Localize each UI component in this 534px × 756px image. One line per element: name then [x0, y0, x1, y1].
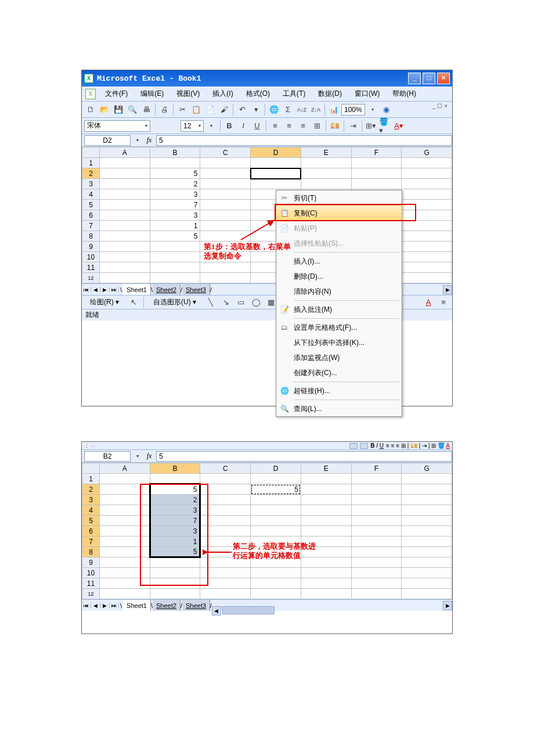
select-all-corner[interactable] [82, 147, 100, 158]
menu-file[interactable]: 文件(F) [99, 88, 134, 100]
spreadsheet-grid[interactable]: A B C D E F G 1 255 32 43 57 63 71 85 9 … [82, 463, 452, 599]
help-icon[interactable]: ◉ [380, 103, 393, 116]
save-icon[interactable]: 💾 [112, 103, 125, 116]
row-header[interactable]: 6 [82, 210, 100, 221]
ctx-insert[interactable]: 插入(I)... [276, 254, 402, 269]
tab-nav-prev-icon[interactable]: ◀ [91, 603, 100, 609]
hyperlink-icon[interactable]: 🌐 [268, 103, 280, 116]
row-header[interactable]: 8 [82, 547, 100, 557]
line-style-icon[interactable]: ≡ [437, 296, 450, 309]
font-color-icon[interactable]: A▾ [392, 120, 405, 132]
col-header-c[interactable]: C [200, 147, 251, 158]
name-box-dropdown-icon[interactable]: ▾ [133, 138, 142, 143]
tab-nav-first-icon[interactable]: ⏮ [82, 287, 91, 293]
undo-icon[interactable]: ↶ [236, 103, 248, 116]
new-icon[interactable]: 🗋 [84, 103, 97, 116]
cell-b6[interactable]: 3 [150, 210, 200, 221]
sheet-tab-1[interactable]: Sheet1 [123, 284, 151, 295]
col-header-a[interactable]: A [100, 147, 150, 158]
cell-d2[interactable] [251, 168, 301, 179]
sort-desc-icon[interactable]: Z↓A [309, 103, 322, 116]
row-header[interactable]: 10 [82, 252, 100, 262]
oval-icon[interactable]: ◯ [250, 296, 262, 309]
ctx-add-watch[interactable]: 添加监视点(W) [276, 350, 402, 365]
row-header[interactable]: 12 [82, 273, 100, 283]
indent-icon[interactable]: ⇥ [347, 120, 359, 132]
row-header[interactable]: 11 [82, 578, 100, 589]
sort-asc-icon[interactable]: A↓Z [295, 103, 308, 116]
sheet-tab-3[interactable]: Sheet3 [182, 284, 210, 295]
ctx-insert-comment[interactable]: 📝插入批注(M) [276, 302, 402, 317]
row-header[interactable]: 3 [82, 495, 100, 505]
menu-format[interactable]: 格式(O) [240, 88, 276, 100]
fx-icon[interactable]: fx [142, 136, 156, 145]
zoom-combo[interactable]: 100% [341, 104, 365, 116]
row-header[interactable]: 4 [82, 505, 100, 516]
paste-icon[interactable]: 📄 [204, 103, 217, 116]
cell-b3[interactable]: 2 [150, 179, 200, 189]
col-header-c[interactable]: C [200, 463, 251, 474]
cell-d2-marquee[interactable]: 5 [251, 484, 301, 495]
ctx-lookup[interactable]: 🔍查阅(L)... [276, 401, 402, 416]
drawing-menu[interactable]: 绘图(R) ▾ [84, 296, 125, 308]
cell-b2[interactable]: 5 [150, 168, 200, 179]
row-header[interactable]: 1 [82, 474, 100, 484]
ctx-pick-from-list[interactable]: 从下拉列表中选择(K)... [276, 335, 402, 350]
row-header[interactable]: 3 [82, 179, 100, 189]
menu-data[interactable]: 数据(D) [312, 88, 348, 100]
menu-help[interactable]: 帮助(H) [387, 88, 422, 100]
ctx-copy[interactable]: 📋复制(C) [276, 205, 402, 221]
formula-input[interactable]: 5 [156, 451, 452, 462]
sheet-tab-3[interactable]: Sheet3 [182, 600, 210, 611]
ctx-format-cells[interactable]: 🗂设置单元格格式(F)... [276, 320, 402, 335]
formula-input[interactable]: 5 [156, 135, 452, 146]
cell-b5[interactable]: 7 [150, 516, 200, 526]
redo-dropdown-icon[interactable]: ▾ [250, 103, 262, 116]
format-painter-icon[interactable]: 🖌 [218, 103, 230, 116]
cell-b4[interactable]: 3 [150, 189, 200, 200]
hscroll-left-icon[interactable]: ◀ [212, 606, 221, 615]
menu-window[interactable]: 窗口(W) [349, 88, 385, 100]
print-icon[interactable]: 🖶 [140, 103, 153, 116]
row-header[interactable]: 8 [82, 231, 100, 242]
row-header[interactable]: 5 [82, 516, 100, 526]
name-box-dropdown-icon[interactable]: ▾ [133, 453, 142, 459]
row-header[interactable]: 7 [82, 221, 100, 231]
align-right-icon[interactable]: ≡ [297, 120, 309, 132]
col-header-f[interactable]: F [351, 147, 402, 158]
align-left-icon[interactable]: ≡ [269, 120, 282, 132]
cut-icon[interactable]: ✂ [176, 103, 189, 116]
cell-b2[interactable]: 5 [150, 484, 200, 495]
permission-icon[interactable]: 🔍 [126, 103, 139, 116]
zoom-dropdown-icon[interactable]: ▾ [366, 103, 379, 116]
sheet-tab-1[interactable]: Sheet1 [123, 600, 151, 611]
hscroll-right-icon[interactable]: ▶ [443, 285, 452, 294]
col-header-b[interactable]: B [150, 147, 200, 158]
font-size-combo[interactable]: 12▾ [181, 120, 204, 132]
row-header[interactable]: 9 [82, 557, 100, 568]
col-header-f[interactable]: F [351, 463, 402, 474]
select-all-corner[interactable] [82, 463, 100, 474]
select-objects-icon[interactable]: ↖ [127, 296, 140, 309]
ctx-create-list[interactable]: 创建列表(C)... [276, 365, 402, 380]
borders-icon[interactable]: ⊞▾ [365, 120, 377, 132]
rectangle-icon[interactable]: ▭ [234, 296, 247, 309]
cell-b5[interactable]: 7 [150, 200, 200, 210]
row-header[interactable]: 9 [82, 242, 100, 252]
tab-nav-next-icon[interactable]: ▶ [100, 287, 110, 293]
cell-b7[interactable]: 1 [150, 537, 200, 547]
col-header-b[interactable]: B [150, 463, 200, 474]
tab-nav-next-icon[interactable]: ▶ [100, 603, 110, 609]
close-button[interactable]: × [437, 73, 450, 84]
row-header[interactable]: 6 [82, 526, 100, 537]
hscroll-right-icon[interactable]: ▶ [443, 601, 452, 610]
row-header[interactable]: 10 [82, 568, 100, 578]
col-header-e[interactable]: E [301, 463, 351, 474]
name-box[interactable]: B2 [84, 451, 131, 462]
line-icon[interactable]: ╲ [204, 296, 217, 309]
tab-nav-last-icon[interactable]: ⏭ [110, 603, 119, 609]
arrow-icon[interactable]: ↘ [219, 296, 232, 309]
font-color-icon[interactable]: A [422, 296, 435, 309]
ctx-delete[interactable]: 删除(D)... [276, 269, 402, 284]
copy-icon[interactable]: 📋 [190, 103, 203, 116]
